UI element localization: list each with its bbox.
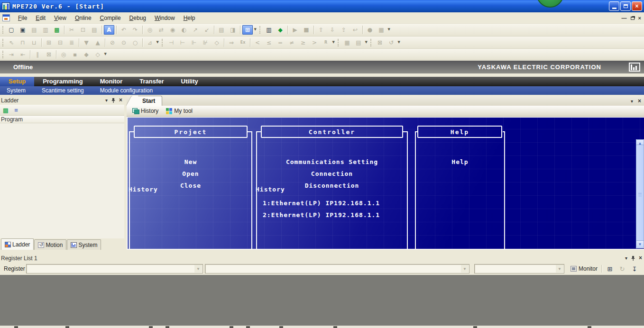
vertical-scrollbar[interactable]: ▲ ▼: [636, 139, 644, 248]
history-item[interactable]: 2:Ethernet(LP) IP192.168.1.1: [263, 209, 380, 221]
stop-icon[interactable]: ■: [301, 25, 312, 35]
launcher-tab-programming[interactable]: Programming: [34, 77, 92, 86]
close-icon[interactable]: ×: [638, 98, 641, 104]
express-icon[interactable]: Ex: [238, 38, 248, 47]
import-export-icon[interactable]: ▩: [52, 25, 62, 35]
uncomment-icon[interactable]: ⊠: [44, 50, 54, 59]
network-insert-icon[interactable]: ⊞: [44, 38, 54, 47]
dropdown-arrow-icon[interactable]: ▼: [398, 40, 400, 44]
ge-icon[interactable]: ≥: [298, 38, 308, 47]
connection-icon[interactable]: ◆: [275, 25, 285, 35]
dropdown-arrow-icon[interactable]: ▼: [254, 27, 257, 31]
launcher-sub-module-configuration[interactable]: Module configuration: [93, 87, 162, 94]
save-project-icon[interactable]: ▥: [40, 25, 51, 35]
register-check-icon[interactable]: R▼: [321, 38, 331, 47]
register-combo-2[interactable]: ▼: [205, 264, 469, 273]
network-delete-icon[interactable]: ⊟: [55, 38, 65, 47]
toolbar-grip[interactable]: [338, 39, 340, 46]
link-open[interactable]: Open: [129, 168, 252, 180]
run-icon[interactable]: ▶: [290, 25, 300, 35]
launcher-tab-setup[interactable]: Setup: [0, 77, 34, 86]
launcher-tab-utility[interactable]: Utility: [173, 77, 207, 86]
contact-b-icon[interactable]: ⊢: [177, 38, 188, 47]
mdi-minimize-button[interactable]: —: [622, 15, 627, 21]
coil-out-icon[interactable]: ○: [130, 38, 140, 47]
find-in-files-icon[interactable]: ◉: [167, 25, 178, 35]
close-icon[interactable]: ×: [639, 255, 642, 261]
select-tool-icon[interactable]: ⇖: [6, 38, 17, 47]
copy-icon[interactable]: ⊡: [78, 25, 88, 35]
dropdown-arrow-icon[interactable]: ▼: [194, 265, 202, 273]
link-communications-setting[interactable]: Communications Setting: [256, 156, 408, 168]
menu-window[interactable]: Window: [150, 13, 179, 23]
toolbar-grip[interactable]: [370, 39, 372, 46]
pane-tab-ladder[interactable]: Ladder: [1, 238, 34, 250]
open-icon[interactable]: ▣: [18, 25, 28, 35]
search-zoom-icon[interactable]: ◐: [179, 25, 189, 35]
dropdown-arrow-icon[interactable]: ▼: [104, 52, 107, 56]
lock-icon[interactable]: ●: [365, 25, 375, 35]
contact-rise-icon[interactable]: ⊩: [189, 38, 199, 47]
menu-view[interactable]: View: [50, 13, 71, 23]
table-view-icon[interactable]: ▦: [342, 38, 352, 47]
register-combo-3[interactable]: ▼: [474, 264, 564, 273]
copy-program-icon[interactable]: ▩: [1, 106, 10, 114]
cut-icon[interactable]: ✂: [66, 25, 77, 35]
menu-edit[interactable]: Edit: [31, 13, 50, 23]
dropdown-arrow-icon[interactable]: ▼: [332, 40, 335, 44]
link-help[interactable]: Help: [415, 156, 505, 168]
scroll-down-icon[interactable]: ▼: [636, 240, 644, 248]
restore-button[interactable]: [620, 1, 631, 11]
close-icon[interactable]: ×: [119, 97, 122, 103]
launcher-sub-scantime-setting[interactable]: Scantime setting: [35, 87, 93, 94]
save-icon[interactable]: ▤: [29, 25, 39, 35]
mdi-restore-button[interactable]: [631, 17, 635, 20]
comment-icon[interactable]: ∥: [32, 50, 43, 59]
transfer-write-icon[interactable]: ⇧: [316, 25, 326, 35]
register-program-icon[interactable]: ≡: [12, 106, 20, 114]
ne-icon[interactable]: ≠: [286, 38, 297, 47]
delete-icon[interactable]: ⊠: [375, 38, 385, 47]
redo-icon[interactable]: ↷: [130, 25, 140, 35]
transfer-compare-icon[interactable]: ⇪: [339, 25, 349, 35]
network-lines-icon[interactable]: ≣: [66, 38, 77, 47]
table-edit-icon[interactable]: ▤▼: [353, 38, 364, 47]
pin-icon[interactable]: [111, 98, 116, 103]
register-splitter[interactable]: [0, 250, 644, 254]
insert-above-icon[interactable]: ▲: [92, 38, 103, 47]
register-table-icon[interactable]: ⊞: [605, 264, 615, 273]
print-preview-icon[interactable]: ◨: [228, 25, 238, 35]
menu-file[interactable]: File: [14, 13, 31, 23]
pane-tab-motion[interactable]: ↺Motion: [34, 239, 66, 250]
replace-icon[interactable]: ⇄: [156, 25, 166, 35]
minimize-button[interactable]: [609, 1, 619, 11]
toolbar-grip[interactable]: [2, 51, 4, 58]
le-icon[interactable]: ≤: [264, 38, 274, 47]
refresh-icon[interactable]: ↻: [617, 264, 627, 273]
outdent-icon[interactable]: ⇤: [18, 50, 28, 59]
coil-no-icon[interactable]: ⊘: [107, 38, 118, 47]
eq-icon[interactable]: =: [275, 38, 285, 47]
history-button[interactable]: History: [129, 107, 161, 115]
expression-icon[interactable]: ⊿▼: [145, 38, 155, 47]
refresh-icon[interactable]: ↺▼: [386, 38, 396, 47]
tab-start[interactable]: Start: [131, 96, 162, 106]
jump-back-icon[interactable]: ↙: [202, 25, 212, 35]
history-item[interactable]: 1:Ethernet(LP) IP192.168.1.1: [263, 197, 380, 209]
jump-next-icon[interactable]: ↗: [190, 25, 201, 35]
toolbar-grip[interactable]: [2, 26, 4, 34]
close-button[interactable]: ×: [632, 1, 642, 11]
rung-insert-icon[interactable]: ⊓: [18, 38, 28, 47]
link-connection[interactable]: Connection: [256, 168, 408, 180]
menu-debug[interactable]: Debug: [125, 13, 150, 23]
my-tool-button[interactable]: My tool: [163, 107, 195, 115]
launcher-sub-system[interactable]: System: [0, 87, 35, 94]
toolbar-grip[interactable]: [162, 39, 164, 46]
controller-configuration-icon[interactable]: ⊞▼: [242, 25, 253, 35]
lt-icon[interactable]: <: [252, 38, 263, 47]
breakpoint-enable-icon[interactable]: ◆: [81, 50, 92, 59]
contact-dia-icon[interactable]: ◇: [212, 38, 222, 47]
paste-icon[interactable]: ▤: [89, 25, 100, 35]
translate-icon[interactable]: A: [104, 25, 114, 35]
rung-append-icon[interactable]: ⊔: [29, 38, 39, 47]
